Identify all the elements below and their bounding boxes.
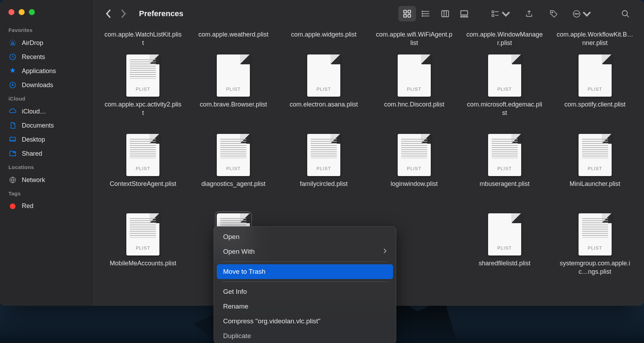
file-item[interactable]: PLISTdiagnostics_agent.plist <box>191 134 276 211</box>
context-menu-item[interactable]: Duplicate <box>217 329 393 341</box>
file-item[interactable]: PLISTsharedfilelistd.plist <box>462 213 547 290</box>
context-menu-item[interactable]: Rename <box>217 299 393 314</box>
sidebar-item-label: Recents <box>22 53 45 61</box>
file-item[interactable]: PLISTloginwindow.plist <box>372 134 456 211</box>
svg-rect-7 <box>404 10 406 13</box>
file-label: com.apple.WorkflowKit.B…nner.plist <box>556 30 634 47</box>
svg-rect-14 <box>442 11 449 17</box>
chevron-right-icon <box>383 248 387 255</box>
window-title: Preferences <box>139 9 183 18</box>
gallery-view-button[interactable] <box>455 6 473 21</box>
action-menu-button[interactable] <box>569 6 594 21</box>
file-type-badge: PLIST <box>136 166 150 171</box>
plist-file-icon: PLIST <box>579 134 612 176</box>
sidebar-item-tag-red[interactable]: Red <box>0 199 94 213</box>
file-item[interactable]: com.apple.wifi.WiFiAgent.plist <box>372 30 456 47</box>
svg-rect-9 <box>404 14 406 17</box>
svg-rect-4 <box>10 137 16 141</box>
cloud-icon <box>8 108 17 115</box>
file-label: MobileMeAccounts.plist <box>110 259 176 267</box>
plist-file-icon: PLIST <box>398 134 431 176</box>
svg-rect-16 <box>461 16 462 17</box>
file-item[interactable]: PLISTcom.hnc.Discord.plist <box>372 54 456 131</box>
svg-point-24 <box>576 13 577 14</box>
file-item[interactable]: PLISTcom.apple.xpc.activity2.plist <box>101 54 185 131</box>
file-item[interactable]: PLISTMobileMeAccounts.plist <box>101 213 185 290</box>
red-tag-icon <box>8 203 17 209</box>
plist-file-icon: PLIST <box>307 54 340 97</box>
file-label: com.microsoft.edgemac.plist <box>466 100 543 117</box>
plist-file-icon: PLIST <box>126 54 159 97</box>
forward-button[interactable] <box>117 7 130 20</box>
plist-file-icon: PLIST <box>579 213 612 255</box>
file-type-badge: PLIST <box>588 245 602 251</box>
file-item[interactable]: PLISTsystemgroup.com.apple.ic…ngs.plist <box>553 213 637 290</box>
icon-view-button[interactable] <box>398 6 416 21</box>
sidebar-item-network[interactable]: Network <box>0 173 94 187</box>
context-menu-item[interactable]: Open With <box>217 244 393 259</box>
svg-point-23 <box>575 13 575 14</box>
svg-point-13 <box>422 15 423 16</box>
file-label: ContextStoreAgent.plist <box>110 180 176 188</box>
context-menu-item[interactable]: Open <box>217 229 393 244</box>
sidebar-item-desktop[interactable]: Desktop <box>0 132 94 147</box>
plist-file-icon: PLIST <box>126 134 159 176</box>
list-view-button[interactable] <box>417 6 435 21</box>
svg-rect-19 <box>492 11 494 13</box>
close-button[interactable] <box>8 9 14 15</box>
file-item[interactable]: PLISTfamilycircled.plist <box>282 134 366 211</box>
plist-file-icon: PLIST <box>488 213 521 255</box>
sidebar-item-recents[interactable]: Recents <box>0 50 94 64</box>
file-item[interactable]: com.apple.WorkflowKit.B…nner.plist <box>553 30 637 47</box>
sidebar-item-downloads[interactable]: Downloads <box>0 78 94 92</box>
context-menu-item[interactable]: Compress "org.videolan.vlc.plist" <box>217 314 393 329</box>
back-button[interactable] <box>102 7 114 20</box>
file-label: familycircled.plist <box>300 180 348 188</box>
context-menu-item-label: Duplicate <box>223 332 251 340</box>
file-type-badge: PLIST <box>497 166 512 171</box>
sidebar-item-airdrop[interactable]: AirDrop <box>0 36 94 50</box>
minimize-button[interactable] <box>19 9 25 15</box>
context-menu-item[interactable]: Get Info <box>217 284 393 299</box>
svg-rect-18 <box>466 16 467 17</box>
file-label: com.apple.WindowManager.plist <box>466 30 543 47</box>
context-menu-separator <box>222 281 388 282</box>
file-type-badge: PLIST <box>497 245 512 251</box>
plist-file-icon: PLIST <box>488 134 521 176</box>
file-item[interactable]: PLISTmbuseragent.plist <box>462 134 547 211</box>
column-view-button[interactable] <box>436 6 454 21</box>
svg-point-26 <box>622 11 627 16</box>
sidebar-section-favorites: Favorites <box>0 24 94 36</box>
svg-point-12 <box>422 13 423 14</box>
file-item[interactable]: PLISTcom.spotify.client.plist <box>553 54 637 131</box>
file-item[interactable]: PLISTcom.electron.asana.plist <box>282 54 366 131</box>
zoom-button[interactable] <box>29 9 35 15</box>
file-label: mbuseragent.plist <box>480 180 530 188</box>
plist-file-icon: PLIST <box>579 54 612 97</box>
file-type-badge: PLIST <box>226 86 241 92</box>
sidebar-item-icloud-drive[interactable]: iCloud… <box>0 104 94 118</box>
apps-icon <box>8 67 17 75</box>
svg-point-11 <box>422 11 423 12</box>
svg-point-21 <box>551 12 553 13</box>
file-item[interactable]: com.apple.WatchListKit.plist <box>101 30 185 47</box>
sidebar-item-applications[interactable]: Applications <box>0 64 94 78</box>
file-type-badge: PLIST <box>407 86 421 92</box>
file-item[interactable]: com.apple.widgets.plist <box>282 30 366 47</box>
sidebar-item-documents[interactable]: Documents <box>0 118 94 132</box>
file-item[interactable]: com.apple.WindowManager.plist <box>462 30 547 47</box>
svg-rect-8 <box>408 10 411 13</box>
file-type-badge: PLIST <box>136 86 150 92</box>
share-button[interactable] <box>520 6 538 21</box>
search-button[interactable] <box>617 6 634 21</box>
context-menu-item[interactable]: Move to Trash <box>217 264 393 279</box>
file-item[interactable]: com.apple.weatherd.plist <box>191 30 276 47</box>
file-item[interactable]: PLISTcom.microsoft.edgemac.plist <box>462 54 547 131</box>
tags-button[interactable] <box>545 6 562 21</box>
group-by-button[interactable] <box>488 6 513 21</box>
file-item[interactable]: PLISTContextStoreAgent.plist <box>101 134 185 211</box>
file-item[interactable]: PLISTMiniLauncher.plist <box>553 134 637 211</box>
file-item[interactable]: PLISTcom.brave.Browser.plist <box>191 54 276 131</box>
sidebar-item-shared[interactable]: Shared <box>0 147 94 161</box>
plist-file-icon: PLIST <box>488 54 521 97</box>
